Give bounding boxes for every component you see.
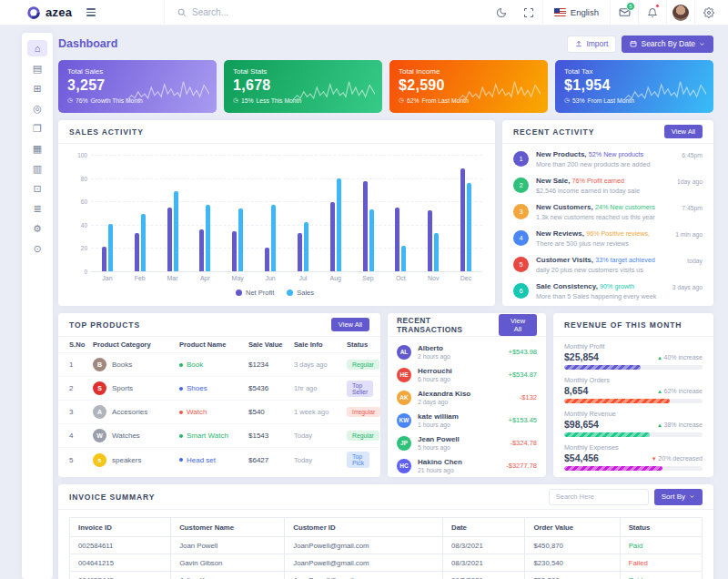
bar-net-profit[interactable]	[330, 202, 335, 271]
transaction-body: Jean Powell5 hours ago	[418, 435, 503, 451]
sidebar-item-globe[interactable]: ◎	[27, 100, 47, 117]
sidebar-item-home[interactable]: ⌂	[27, 40, 47, 56]
language-selector[interactable]: English	[543, 7, 610, 17]
bar-sales[interactable]	[337, 178, 341, 271]
sidebar-item-package[interactable]: ▥	[27, 160, 47, 177]
transaction-avatar: HE	[397, 368, 411, 382]
activity-item[interactable]: 3New Customers, 24% New customers1.3k ne…	[513, 200, 703, 227]
product-row[interactable]: 3AAccesoriesWatch$5401 week agoIrregular	[58, 401, 380, 424]
recent-activity-card: RECENT ACTIVITY View All 1New Products, …	[502, 120, 713, 306]
invoice-cell: Gavin Gibson	[171, 554, 285, 572]
sidebar-item-pages[interactable]: ❐	[27, 120, 47, 137]
product-row[interactable]: 5sspeakersHead set$6427TodayTop Pick	[58, 448, 380, 472]
bar-sales[interactable]	[174, 191, 178, 271]
search-by-date-button[interactable]: Search By Date	[622, 36, 713, 53]
trend-arrow-icon: ▲	[657, 422, 664, 428]
activity-number-badge: 4	[513, 230, 529, 246]
product-category: BBooks	[93, 358, 179, 371]
import-button[interactable]: Import	[567, 36, 616, 53]
activity-item[interactable]: 6Sale Consistency, 90% growthMore than 5…	[513, 279, 703, 306]
gift-icon: ▦	[33, 143, 42, 155]
activity-item[interactable]: 2New Sale, 76% Profit earned$2,546 incom…	[513, 174, 703, 200]
sidebar-item-info[interactable]: ⊙	[27, 240, 47, 257]
activity-body: New Reviews, 96% Positive reviews,There …	[536, 229, 668, 248]
fullscreen-button[interactable]	[515, 0, 542, 25]
product-row[interactable]: 1BBooksBook$12343 days agoRegular	[58, 353, 380, 377]
transaction-name: Hakino Chen	[418, 458, 500, 466]
product-row[interactable]: 4WWatchesSmart Watch$1543TodayRegular	[58, 424, 380, 448]
transaction-row[interactable]: AKAlexandra Kiso2 days ago-$132	[397, 386, 537, 409]
product-name-label: Watch	[187, 408, 207, 416]
invoice-row[interactable]: 004655445Julian KerrJoanPowell@gmail.com…	[70, 572, 703, 579]
menu-toggle-icon[interactable]	[86, 8, 96, 16]
accessories-icon: A	[93, 405, 106, 419]
activity-number-badge: 2	[513, 178, 529, 193]
bar-net-profit[interactable]	[298, 233, 302, 271]
transaction-row[interactable]: KWkate william1 hours ago+$153.45	[397, 409, 537, 432]
transaction-time: 1 hours ago	[418, 422, 502, 428]
avatar	[672, 5, 689, 21]
search-input[interactable]	[192, 7, 374, 17]
sidebar-item-widgets[interactable]: ⊡	[27, 180, 47, 197]
transactions-view-all-button[interactable]: View All	[499, 314, 537, 336]
activity-item[interactable]: 4New Reviews, 96% Positive reviews,There…	[513, 227, 703, 253]
legend-item-net-profit[interactable]: Net Profit	[236, 289, 274, 297]
bar-sales[interactable]	[304, 222, 308, 271]
progress-fill	[564, 399, 670, 403]
bar-sales[interactable]	[206, 205, 210, 271]
product-name-label: Head set	[187, 456, 216, 464]
transaction-body: Alberto2 hours ago	[418, 344, 502, 360]
revenue-label: Monthly Expenses	[564, 443, 703, 452]
transaction-row[interactable]: HEHerrouchi6 hours ago+$534.87	[397, 363, 537, 386]
sidebar-item-apps[interactable]: ⊞	[27, 80, 47, 96]
sidebar-item-database[interactable]: ▤	[27, 60, 47, 76]
product-status-badge: Top Seller	[347, 381, 373, 397]
products-view-all-button[interactable]: View All	[331, 318, 369, 331]
sort-by-button[interactable]: Sort By	[654, 489, 703, 505]
product-status-badge: Irregular	[347, 407, 380, 417]
bar-net-profit[interactable]	[460, 168, 465, 271]
sidebar-item-gift[interactable]: ▦	[27, 140, 47, 157]
sparkline	[459, 76, 541, 106]
bar-net-profit[interactable]	[167, 208, 172, 271]
dark-mode-button[interactable]	[488, 0, 515, 25]
invoice-row[interactable]: 004641215Gavin GibsonJoanPowell@gmail.co…	[70, 554, 703, 572]
settings-button[interactable]	[695, 0, 723, 25]
bar-sales[interactable]	[271, 205, 276, 271]
invoice-search-input[interactable]	[549, 489, 649, 505]
logo[interactable]: azea	[0, 5, 164, 19]
activity-item[interactable]: 5Customer Visits, 33% target achieveddai…	[513, 253, 703, 279]
bar-sales[interactable]	[141, 214, 146, 271]
notifications-button[interactable]	[639, 0, 666, 25]
invoice-row[interactable]: 002584611Joan PowellJoanPowell@gmail.com…	[70, 537, 703, 554]
bar-sales[interactable]	[238, 208, 243, 271]
page-header: Dashboard Import Search By Date	[58, 33, 713, 55]
invoice-status: Paid	[620, 572, 702, 579]
bar-net-profit[interactable]	[232, 231, 237, 271]
bar-net-profit[interactable]	[135, 233, 139, 271]
legend-item-sales[interactable]: Sales	[287, 289, 314, 297]
sparkline	[127, 76, 209, 106]
bar-net-profit[interactable]	[395, 208, 399, 271]
messages-button[interactable]: 5	[611, 0, 638, 25]
bar-sales[interactable]	[369, 209, 374, 271]
product-row[interactable]: 2SSportsShoes$54361hr agoTop Seller	[58, 377, 380, 401]
activity-item[interactable]: 1New Products, 52% New productsMore than…	[513, 147, 703, 174]
transaction-row[interactable]: JPJean Powell5 hours ago-$324.78	[397, 432, 537, 454]
activity-view-all-button[interactable]: View All	[664, 125, 703, 138]
bar-net-profit[interactable]	[428, 210, 432, 271]
bar-net-profit[interactable]	[265, 248, 269, 271]
transaction-amount: +$534.87	[509, 371, 538, 379]
transaction-row[interactable]: HCHakino Chen21 hours ago-$3277.78	[397, 454, 537, 477]
bar-sales[interactable]	[401, 246, 406, 271]
transaction-row[interactable]: ALAlberto2 hours ago+$543.98	[397, 340, 537, 363]
bar-net-profit[interactable]	[102, 247, 106, 271]
profile-button[interactable]	[667, 0, 694, 25]
sidebar-item-settings[interactable]: ⚙	[27, 220, 47, 237]
bar-net-profit[interactable]	[199, 229, 204, 271]
bar-sales[interactable]	[108, 224, 113, 271]
bar-sales[interactable]	[467, 183, 471, 271]
sidebar-item-list[interactable]: ≣	[27, 200, 47, 217]
bar-net-profit[interactable]	[363, 181, 368, 271]
bar-sales[interactable]	[434, 233, 439, 271]
